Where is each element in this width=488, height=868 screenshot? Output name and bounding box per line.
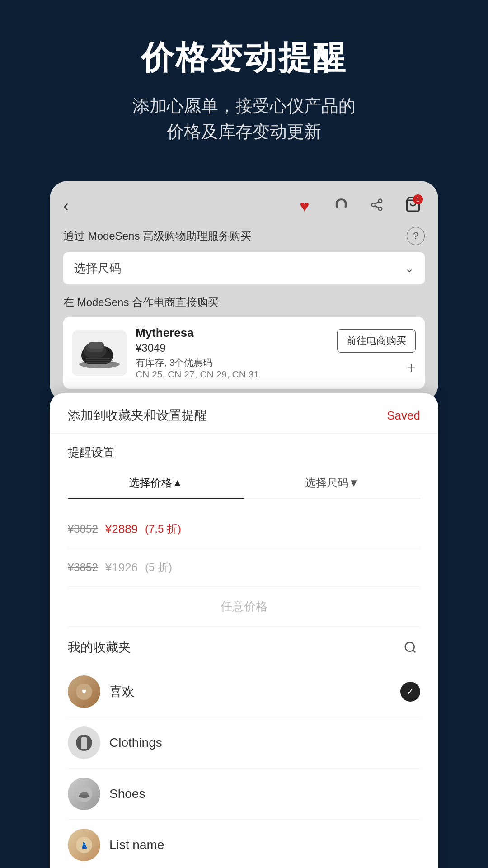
store-name: Mytheresa bbox=[136, 326, 328, 340]
tab-price[interactable]: 选择价格▲ bbox=[68, 467, 244, 499]
collection-name-list: List name bbox=[109, 838, 420, 852]
svg-point-2 bbox=[379, 207, 382, 211]
collection-name-shoes: Shoes bbox=[109, 787, 420, 801]
tab-size[interactable]: 选择尺码▼ bbox=[244, 467, 420, 499]
help-button[interactable]: ? bbox=[407, 227, 425, 245]
collections-section: 我的收藏夹 ♥ 喜欢 ✓ Clothings bbox=[50, 627, 438, 868]
svg-text:♥: ♥ bbox=[82, 687, 87, 696]
alert-settings-label: 提醒设置 bbox=[68, 444, 420, 460]
sheet-header: 添加到收藏夹和设置提醒 Saved bbox=[50, 393, 438, 434]
product-image bbox=[72, 330, 127, 376]
collections-header: 我的收藏夹 bbox=[68, 637, 420, 657]
svg-rect-10 bbox=[88, 342, 104, 349]
svg-line-3 bbox=[375, 205, 379, 208]
service-text: 通过 ModeSens 高级购物助理服务购买 bbox=[63, 229, 251, 243]
svg-point-0 bbox=[379, 199, 382, 203]
store-info: Mytheresa ¥3049 有库存, 3个优惠码 CN 25, CN 27,… bbox=[136, 326, 328, 380]
price-option-any[interactable]: 任意价格 bbox=[68, 587, 420, 627]
svg-text:👗: 👗 bbox=[80, 842, 89, 849]
price-discount-1: (7.5 折) bbox=[145, 522, 181, 536]
svg-point-1 bbox=[372, 203, 375, 207]
search-collections-button[interactable] bbox=[400, 637, 420, 657]
buy-button[interactable]: 前往电商购买 bbox=[337, 329, 416, 353]
collection-name-likes: 喜欢 bbox=[109, 683, 391, 700]
product-card-header: ‹ ♥ 1 bbox=[63, 194, 425, 218]
bag-icon: 1 bbox=[405, 196, 421, 216]
store-price: ¥3049 bbox=[136, 342, 328, 354]
collection-thumb-list: 👗 bbox=[68, 829, 100, 861]
alert-section: 提醒设置 选择价格▲ 选择尺码▼ bbox=[50, 434, 438, 510]
hero-title: 价格变动提醒 bbox=[27, 36, 461, 80]
price-option-75[interactable]: ¥3852 ¥2889 (7.5 折) bbox=[68, 510, 420, 548]
svg-point-21 bbox=[79, 794, 89, 798]
heart-icon: ♥ bbox=[300, 197, 309, 216]
stock-info: 有库存, 3个优惠码 bbox=[136, 356, 328, 369]
collection-item-list[interactable]: 👗 List name bbox=[68, 820, 420, 868]
svg-line-4 bbox=[375, 202, 379, 204]
size-select-dropdown[interactable]: 选择尺码 ⌄ bbox=[63, 252, 425, 284]
bottom-sheet: 添加到收藏夹和设置提醒 Saved 提醒设置 选择价格▲ 选择尺码▼ ¥3852… bbox=[50, 393, 438, 868]
svg-rect-19 bbox=[81, 737, 87, 749]
collection-item-shoes[interactable]: Shoes bbox=[68, 769, 420, 820]
saved-label: Saved bbox=[387, 409, 420, 423]
collection-name-clothings: Clothings bbox=[109, 736, 420, 750]
headphone-icon bbox=[334, 198, 347, 215]
header-icons: ♥ 1 bbox=[293, 194, 425, 218]
price-discount-2: (5 折) bbox=[145, 560, 172, 575]
price-tabs: 选择价格▲ 选择尺码▼ bbox=[68, 467, 420, 499]
svg-point-14 bbox=[405, 642, 414, 651]
sheet-title: 添加到收藏夹和设置提醒 bbox=[68, 407, 207, 424]
price-options: ¥3852 ¥2889 (7.5 折) ¥3852 ¥1926 (5 折) 任意… bbox=[50, 510, 438, 627]
price-current-2: ¥1926 bbox=[105, 561, 138, 575]
wishlist-button[interactable]: ♥ bbox=[293, 194, 316, 218]
collection-thumb-likes: ♥ bbox=[68, 675, 100, 708]
sizes-available: CN 25, CN 27, CN 29, CN 31 bbox=[136, 369, 328, 380]
share-icon bbox=[370, 198, 384, 215]
add-icon[interactable]: + bbox=[407, 359, 416, 377]
hero-subtitle: 添加心愿单，接受心仪产品的价格及库存变动更新 bbox=[27, 93, 461, 145]
price-original-2: ¥3852 bbox=[68, 561, 98, 574]
support-button[interactable] bbox=[329, 194, 352, 218]
back-button[interactable]: ‹ bbox=[63, 197, 69, 216]
cart-badge: 1 bbox=[413, 194, 423, 204]
collections-label: 我的收藏夹 bbox=[68, 639, 131, 656]
buy-section-label: 在 ModeSens 合作电商直接购买 bbox=[63, 295, 425, 310]
size-select-label: 选择尺码 bbox=[74, 260, 121, 276]
collection-item-likes[interactable]: ♥ 喜欢 ✓ bbox=[68, 666, 420, 717]
cart-button[interactable]: 1 bbox=[401, 194, 425, 218]
share-button[interactable] bbox=[365, 194, 389, 218]
hero-section: 价格变动提醒 添加心愿单，接受心仪产品的价格及库存变动更新 bbox=[0, 0, 488, 163]
service-bar: 通过 ModeSens 高级购物助理服务购买 ? bbox=[63, 227, 425, 245]
price-option-50[interactable]: ¥3852 ¥1926 (5 折) bbox=[68, 548, 420, 587]
card-container: ‹ ♥ 1 bbox=[50, 181, 438, 868]
product-card: ‹ ♥ 1 bbox=[50, 181, 438, 402]
svg-line-15 bbox=[413, 650, 415, 652]
price-any-label: 任意价格 bbox=[68, 599, 420, 614]
collection-item-clothings[interactable]: Clothings bbox=[68, 717, 420, 769]
price-current-1: ¥2889 bbox=[105, 522, 138, 536]
price-original-1: ¥3852 bbox=[68, 523, 98, 535]
store-actions: 前往电商购买 + bbox=[337, 329, 416, 377]
store-item: Mytheresa ¥3049 有库存, 3个优惠码 CN 25, CN 27,… bbox=[63, 317, 425, 389]
chevron-down-icon: ⌄ bbox=[405, 262, 414, 275]
collection-thumb-clothings bbox=[68, 726, 100, 759]
check-icon-likes: ✓ bbox=[400, 682, 420, 702]
collection-thumb-shoes bbox=[68, 778, 100, 810]
